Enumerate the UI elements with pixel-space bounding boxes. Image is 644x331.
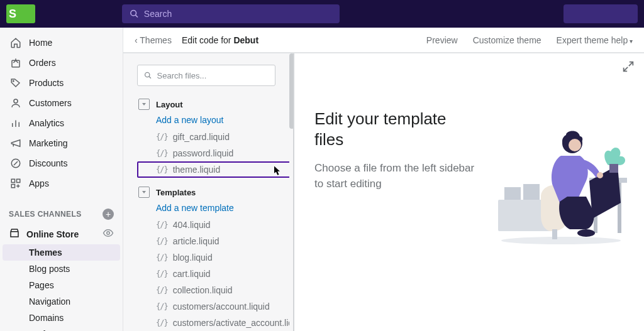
nav-label: Products xyxy=(29,78,64,88)
svg-point-26 xyxy=(597,172,603,178)
store-icon xyxy=(9,227,20,241)
svg-rect-2 xyxy=(12,60,19,67)
liquid-file-icon: {/} xyxy=(156,220,168,229)
nav-discounts[interactable]: Discounts xyxy=(0,153,123,173)
nav-label: Analytics xyxy=(29,118,64,128)
file-theme[interactable]: {/}theme.liquid xyxy=(137,161,294,178)
svg-point-12 xyxy=(107,232,110,235)
sales-channels-label: SALES CHANNELS xyxy=(9,210,82,219)
breadcrumb-bar: ‹ Themes Edit code for Debut Preview Cus… xyxy=(123,28,644,53)
nav-apps[interactable]: Apps xyxy=(0,173,123,193)
folder-label: Templates xyxy=(156,188,196,197)
file-search[interactable] xyxy=(137,65,275,86)
view-store-icon[interactable] xyxy=(103,227,114,241)
global-search[interactable] xyxy=(122,4,340,23)
editor-hero-subtitle: Choose a file from the left sidebar to s… xyxy=(314,161,478,192)
account-menu[interactable] xyxy=(564,4,638,23)
subnav-navigation[interactable]: Navigation xyxy=(0,293,123,310)
nav-online-store[interactable]: Online Store xyxy=(0,224,123,244)
preview-button[interactable]: Preview xyxy=(426,35,458,45)
subnav-blog-posts[interactable]: Blog posts xyxy=(0,261,123,277)
folder-templates[interactable]: Templates xyxy=(138,187,294,198)
nav-customers[interactable]: Customers xyxy=(0,93,123,113)
svg-point-4 xyxy=(14,99,18,103)
nav-products[interactable]: Products xyxy=(0,73,123,93)
nav-label: Home xyxy=(29,38,52,48)
file-collection[interactable]: {/}collection.liquid xyxy=(137,282,294,298)
nav-home[interactable]: Home xyxy=(0,33,123,53)
liquid-file-icon: {/} xyxy=(156,286,168,295)
back-to-themes[interactable]: ‹ Themes xyxy=(130,33,177,48)
subnav-preferences[interactable]: Preferences xyxy=(0,326,123,331)
liquid-file-icon: {/} xyxy=(156,133,168,141)
folder-label: Layout xyxy=(156,100,183,109)
search-icon xyxy=(144,71,152,80)
folder-layout[interactable]: Layout xyxy=(138,99,294,110)
editor-illustration xyxy=(478,109,644,247)
svg-rect-23 xyxy=(552,229,557,239)
search-icon xyxy=(130,9,139,19)
file-cart[interactable]: {/}cart.liquid xyxy=(137,266,294,282)
svg-point-13 xyxy=(145,72,150,77)
liquid-file-icon: {/} xyxy=(156,237,168,246)
file-tree: Layout Add a new layout {/}gift_card.liq… xyxy=(123,53,294,331)
liquid-file-icon: {/} xyxy=(156,302,168,311)
file-404[interactable]: {/}404.liquid xyxy=(137,217,294,233)
nav-label: Discounts xyxy=(29,158,67,168)
svg-line-14 xyxy=(149,77,151,79)
add-template-link[interactable]: Add a new template xyxy=(156,203,294,213)
svg-rect-17 xyxy=(523,184,540,200)
marketing-icon xyxy=(9,137,23,149)
online-store-label: Online Store xyxy=(26,229,79,239)
orders-icon xyxy=(9,57,23,69)
topbar: S xyxy=(0,0,644,28)
file-customers-activate[interactable]: {/}customers/activate_account.liquid xyxy=(137,315,294,331)
liquid-file-icon: {/} xyxy=(156,269,168,278)
customers-icon xyxy=(9,97,23,109)
home-icon xyxy=(9,36,23,49)
expand-editor-button[interactable] xyxy=(621,60,636,75)
folder-toggle-icon xyxy=(138,187,150,198)
nav-label: Customers xyxy=(29,98,72,108)
liquid-file-icon: {/} xyxy=(156,253,168,262)
svg-point-21 xyxy=(501,237,621,244)
file-gift-card[interactable]: {/}gift_card.liquid xyxy=(137,129,294,145)
page-title: Edit code for Debut xyxy=(182,35,258,45)
nav-label: Apps xyxy=(29,178,49,188)
folder-toggle-icon xyxy=(138,99,150,110)
content: ‹ Themes Edit code for Debut Preview Cus… xyxy=(123,28,644,331)
nav-orders[interactable]: Orders xyxy=(0,53,123,73)
svg-rect-11 xyxy=(11,185,14,188)
sales-channels-header: SALES CHANNELS + xyxy=(0,203,123,224)
file-search-input[interactable] xyxy=(157,71,269,80)
svg-point-27 xyxy=(577,229,595,237)
nav-label: Marketing xyxy=(29,138,67,148)
subnav-domains[interactable]: Domains xyxy=(0,310,123,326)
global-search-input[interactable] xyxy=(144,9,332,19)
discounts-icon xyxy=(9,157,23,170)
subnav-pages[interactable]: Pages xyxy=(0,277,123,293)
add-channel-button[interactable]: + xyxy=(103,209,114,220)
products-icon xyxy=(9,77,23,89)
subnav-themes[interactable]: Themes xyxy=(3,244,120,261)
file-password[interactable]: {/}password.liquid xyxy=(137,145,294,161)
file-customers-account[interactable]: {/}customers/account.liquid xyxy=(137,298,294,315)
svg-rect-10 xyxy=(17,179,20,182)
svg-point-3 xyxy=(13,80,14,82)
add-layout-link[interactable]: Add a new layout xyxy=(156,115,294,125)
svg-point-0 xyxy=(131,10,136,16)
nav-marketing[interactable]: Marketing xyxy=(0,133,123,153)
svg-rect-22 xyxy=(609,164,618,173)
svg-point-25 xyxy=(569,139,581,151)
editor-pane: Edit your template files Choose a file f… xyxy=(294,53,644,331)
file-blog[interactable]: {/}blog.liquid xyxy=(137,249,294,266)
sidebar: Home Orders Products Customers Analytics… xyxy=(0,28,123,331)
file-article[interactable]: {/}article.liquid xyxy=(137,233,294,249)
apps-icon xyxy=(9,177,23,190)
expert-help-dropdown[interactable]: Expert theme help xyxy=(557,35,633,45)
editor-hero-title: Edit your template files xyxy=(314,109,478,149)
nav-analytics[interactable]: Analytics xyxy=(0,113,123,133)
customize-theme-button[interactable]: Customize theme xyxy=(473,35,541,45)
shopify-logo[interactable]: S xyxy=(6,4,35,23)
workspace: Layout Add a new layout {/}gift_card.liq… xyxy=(123,53,644,331)
